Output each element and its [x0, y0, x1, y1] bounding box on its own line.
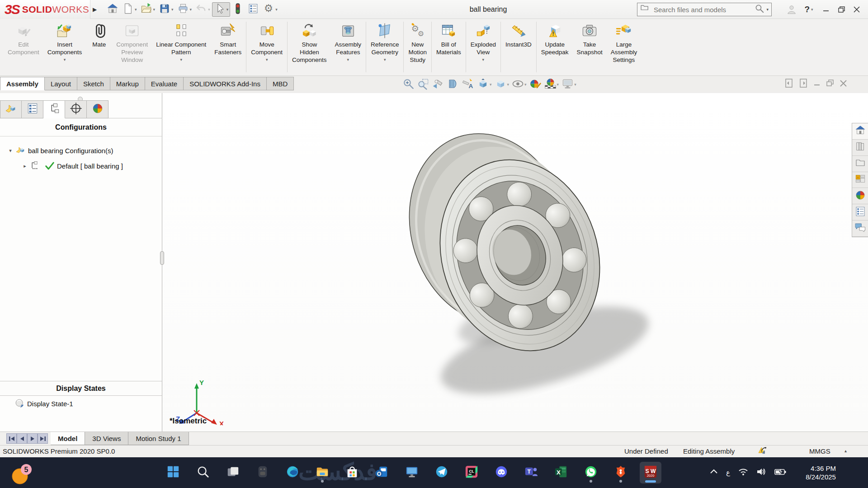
vieworient-button[interactable]: ▾ — [476, 77, 493, 92]
tab-layout[interactable]: Layout — [45, 77, 77, 90]
smart-fasteners-button[interactable]: Smart Fasteners — [210, 21, 245, 57]
tp-ball-button[interactable] — [852, 188, 868, 204]
rebuild-button[interactable] — [230, 2, 245, 17]
tp-palette-button[interactable] — [852, 172, 868, 188]
large-assembly-button[interactable]: Large Assembly Settings — [607, 21, 642, 65]
wifi-icon[interactable] — [738, 468, 748, 478]
dropdown-caret-icon[interactable]: ▾ — [524, 82, 527, 87]
open-button[interactable]: ▾ — [139, 2, 157, 17]
tab-mbd[interactable]: MBD — [267, 77, 294, 90]
fm-config-tab[interactable] — [43, 100, 65, 118]
minimize-button[interactable] — [819, 3, 833, 16]
assembly-features-button[interactable]: Assembly Features▾ — [331, 21, 366, 63]
dropdown-caret-icon[interactable]: ▾ — [482, 57, 485, 62]
search-input[interactable]: Search files and models — [654, 6, 755, 14]
help-button[interactable]: ?▾ — [800, 3, 817, 16]
print-button[interactable]: ▾ — [175, 2, 194, 17]
show-hidden-button[interactable]: Show Hidden Components — [288, 21, 331, 65]
user-account-icon[interactable] — [785, 3, 798, 16]
configuration-default-row[interactable]: ▸ Default [ ball bearing ] — [22, 159, 123, 173]
mate-button[interactable]: Mate — [86, 21, 112, 49]
taskbar-microsoft-store[interactable] — [341, 462, 363, 483]
prevview-button[interactable] — [431, 77, 445, 92]
tab-motion-study-1[interactable]: Motion Study 1 — [128, 432, 189, 445]
volume-icon[interactable] — [756, 468, 766, 478]
tp-library-button[interactable] — [852, 140, 868, 156]
viewsettings-button[interactable]: ▾ — [561, 77, 577, 92]
dropdown-caret-icon[interactable]: ▾ — [190, 7, 192, 12]
prev-tab-button[interactable] — [17, 433, 27, 444]
motion-study-button[interactable]: ⚙⚙New Motion Study — [404, 21, 431, 65]
save-button[interactable]: ▾ — [157, 2, 175, 17]
taskbar-start[interactable] — [162, 462, 184, 483]
taskbar-search[interactable] — [192, 462, 214, 483]
dropdown-caret-icon[interactable]: ▾ — [507, 82, 509, 87]
logo-expand-arrow-icon[interactable]: ▶ — [93, 4, 99, 15]
editappear-button[interactable] — [528, 77, 542, 92]
dropdown-caret-icon[interactable]: ▾ — [226, 7, 229, 12]
tab-3d-views[interactable]: 3D Views — [85, 432, 128, 445]
taskbar-excel[interactable]: X — [550, 462, 572, 483]
viewA-button[interactable]: A — [461, 77, 475, 92]
taskbar-brave[interactable] — [610, 462, 632, 483]
expand-arrow-icon[interactable]: ▾ — [7, 148, 14, 154]
fm-tree-tab[interactable] — [0, 100, 22, 118]
exploded-button[interactable]: Exploded View▾ — [467, 21, 500, 63]
snapshot-button[interactable]: Take Snapshot — [573, 21, 607, 57]
tab-solidworks-add-ins[interactable]: SOLIDWORKS Add-Ins — [184, 77, 267, 90]
configuration-root-label[interactable]: ball bearing Configuration(s) — [28, 147, 113, 155]
search-dropdown-icon[interactable]: ▾ — [766, 7, 769, 12]
next-tab-button[interactable] — [27, 433, 38, 444]
dropdown-caret-icon[interactable]: ▾ — [557, 82, 559, 87]
reference-geometry-button[interactable]: Reference Geometry▾ — [367, 21, 403, 63]
insert-components-button[interactable]: Insert Components▾ — [43, 21, 86, 63]
zoomarea-button[interactable] — [416, 77, 430, 92]
zoomfit-button[interactable] — [401, 77, 415, 92]
taskbar-edge[interactable] — [282, 462, 303, 483]
tp-props-button[interactable] — [852, 204, 868, 221]
panel-splitter-handle[interactable] — [160, 251, 164, 265]
fm-dimx-tab[interactable] — [65, 100, 87, 118]
section-button[interactable] — [446, 77, 460, 92]
dropdown-caret-icon[interactable]: ▾ — [153, 7, 156, 12]
taskbar-remote-desktop[interactable] — [401, 462, 423, 483]
widgets-button[interactable]: 5 — [10, 464, 31, 484]
taskbar-app-dark[interactable] — [252, 462, 274, 483]
search-icon[interactable] — [755, 4, 764, 15]
doc-restore-button[interactable] — [826, 80, 834, 89]
clock[interactable]: 4:36 PM 8/24/2025 — [794, 464, 836, 481]
taskbar-whatsapp[interactable] — [580, 462, 602, 483]
doc-minimize-button[interactable] — [814, 80, 820, 89]
collapse-arrow-icon[interactable]: ▸ — [22, 163, 28, 169]
applyscene-button[interactable]: ▾ — [543, 77, 560, 92]
dropdown-caret-icon[interactable]: ▾ — [135, 7, 137, 12]
taskbar-telegram[interactable] — [431, 462, 453, 483]
speedpak-button[interactable]: !Update Speedpak — [537, 21, 573, 57]
undo-button[interactable]: ▾ — [193, 2, 212, 17]
bearing-model[interactable] — [162, 93, 868, 432]
language-indicator[interactable]: ع — [726, 469, 730, 477]
display-state-row[interactable]: Display State-1 — [13, 397, 73, 410]
instant3d-button[interactable]: Instant3D — [501, 21, 536, 49]
taskbar-clion[interactable]: CL — [461, 462, 482, 483]
tp-forum-button[interactable] — [852, 221, 868, 237]
taskbar-outlook[interactable]: O — [371, 462, 393, 483]
battery-icon[interactable] — [774, 468, 786, 477]
fm-props-tab[interactable] — [22, 100, 43, 118]
hideitems-button[interactable]: ▾ — [511, 77, 528, 92]
doc-close-button[interactable] — [840, 80, 847, 89]
last-tab-button[interactable] — [38, 433, 48, 444]
units-dropdown-icon[interactable]: ▴ — [844, 448, 847, 453]
restore-button[interactable] — [835, 3, 848, 16]
taskbar-discord[interactable] — [491, 462, 512, 483]
tab-assembly[interactable]: Assembly — [0, 77, 45, 90]
dispstyle-button[interactable]: ▾ — [494, 77, 510, 92]
taskbar-task-view[interactable] — [222, 462, 244, 483]
performance-warning-icon[interactable]: ! — [758, 446, 768, 457]
tp-folder-button[interactable] — [852, 156, 868, 172]
dropdown-caret-icon[interactable]: ▾ — [574, 82, 576, 87]
tray-chevron-icon[interactable] — [710, 469, 718, 477]
gear-button[interactable]: ⚙▾ — [261, 2, 279, 17]
dropdown-caret-icon[interactable]: ▾ — [384, 57, 386, 62]
fm-display-tab[interactable] — [87, 100, 108, 118]
